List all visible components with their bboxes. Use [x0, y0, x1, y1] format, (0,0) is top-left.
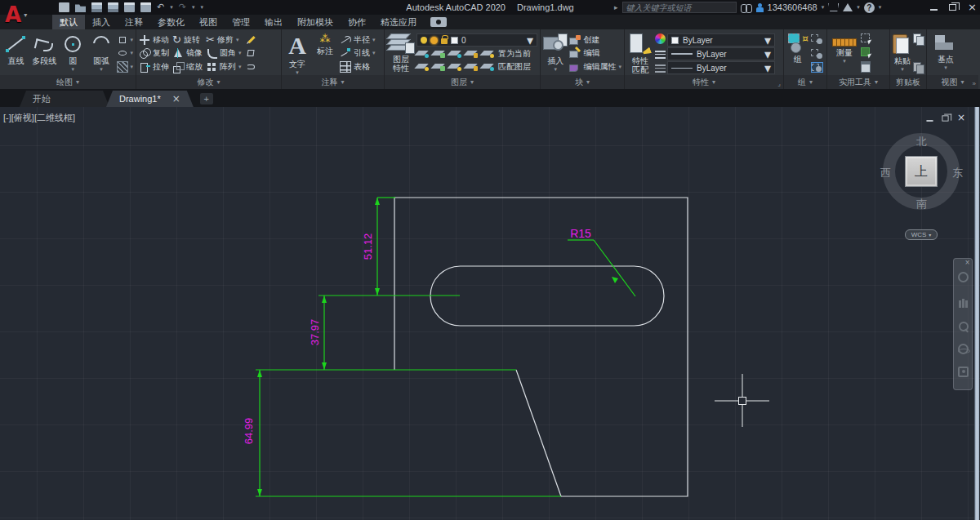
app-store-icon[interactable]	[828, 3, 839, 11]
tab-annotate[interactable]: 注释	[118, 15, 150, 29]
tab-insert[interactable]: 插入	[85, 15, 118, 29]
undo-dropdown-icon[interactable]: ▾	[170, 4, 173, 11]
drawing1-tab-close-icon[interactable]: ×	[172, 91, 180, 107]
copy-button[interactable]: 复制	[139, 47, 169, 60]
hatch-dropdown-icon[interactable]: ▾	[131, 64, 134, 70]
text-button[interactable]: A 文字 ▾	[284, 31, 310, 75]
explode-button[interactable]	[245, 47, 256, 60]
panel-title-annotate[interactable]: 注释▾	[282, 75, 384, 89]
rectangle-button[interactable]: ▾	[117, 33, 134, 46]
layer-freeze-icon[interactable]	[433, 49, 445, 58]
fillet-dropdown-icon[interactable]: ▾	[238, 50, 242, 56]
utilities-expand-icon[interactable]: ▾	[875, 78, 878, 86]
color-wheel-icon[interactable]	[655, 33, 666, 44]
measure-button[interactable]: 测量 ▾	[830, 31, 859, 75]
layer-isolate-icon[interactable]	[416, 49, 429, 58]
tab-home[interactable]: 默认	[52, 15, 85, 29]
search-input[interactable]	[622, 2, 737, 13]
account-dropdown-icon[interactable]: ▾	[822, 4, 825, 11]
application-menu-button[interactable]: A ▾	[5, 1, 47, 29]
object-color-dropdown[interactable]: ByLayer ▾	[667, 33, 775, 47]
quick-calculator-icon[interactable]	[861, 61, 871, 73]
rotate-button[interactable]: ↻旋转	[172, 33, 203, 46]
paste-button[interactable]: 粘贴 ▾	[893, 31, 912, 75]
leader-button[interactable]: 引线▾	[340, 47, 376, 60]
panel-title-properties[interactable]: 特性▾⌟	[625, 75, 783, 89]
stretch-button[interactable]: 拉伸	[139, 60, 169, 73]
tab-collaborate[interactable]: 协作	[341, 15, 373, 29]
new-file-icon[interactable]	[59, 2, 69, 12]
full-navigation-wheel-icon[interactable]	[958, 272, 969, 282]
lineweight-dropdown[interactable]: ByLayer ▾	[667, 47, 775, 60]
qat-customize-icon[interactable]: ▾	[200, 4, 203, 11]
table-button[interactable]: 表格	[340, 60, 376, 73]
erase-button[interactable]	[245, 33, 256, 46]
tab-addins[interactable]: 附加模块	[290, 15, 341, 29]
hatch-button[interactable]: ▾	[117, 60, 134, 73]
move-button[interactable]: 移动	[139, 33, 169, 46]
leader-dropdown-icon[interactable]: ▾	[372, 50, 376, 56]
layer-select-dropdown[interactable]: 0 ▾	[416, 33, 537, 47]
match-layer-icon[interactable]	[482, 62, 494, 71]
tab-output[interactable]: 输出	[257, 15, 290, 29]
dimension-button[interactable]: ⁂ 标注	[312, 31, 338, 75]
mirror-button[interactable]: 镜像	[172, 47, 203, 60]
base-dropdown-icon[interactable]: ▾	[944, 65, 947, 69]
panel-title-groups[interactable]: 组▾	[784, 75, 826, 89]
panel-title-clipboard[interactable]: 剪贴板	[890, 75, 926, 89]
ellipse-dropdown-icon[interactable]: ▾	[131, 50, 134, 56]
media-icon[interactable]	[430, 17, 447, 27]
panel-title-layers[interactable]: 图层▾	[385, 75, 540, 89]
annotate-expand-icon[interactable]: ▾	[341, 78, 344, 86]
polyline-button[interactable]: 多段线	[31, 31, 58, 75]
layer-unlock2-icon[interactable]	[466, 62, 478, 71]
layer-on-all-icon[interactable]	[449, 62, 461, 71]
linetype-icon[interactable]	[655, 64, 666, 73]
panel-title-block[interactable]: 块▾	[541, 75, 624, 89]
file-tab-start[interactable]: 开始	[20, 91, 109, 107]
orbit-icon[interactable]	[958, 344, 969, 354]
group-button[interactable]: ¤ 组	[786, 31, 809, 75]
showmotion-icon[interactable]	[958, 367, 969, 377]
set-current-label[interactable]: 置为当前	[498, 48, 531, 60]
navbar-close-icon[interactable]: ×	[964, 259, 970, 266]
rectangle-dropdown-icon[interactable]: ▾	[131, 37, 134, 43]
ribbon-overflow-icon[interactable]: »	[973, 80, 976, 87]
search-collapse-icon[interactable]: ▸	[614, 3, 618, 11]
paste-dropdown-icon[interactable]: ▾	[901, 67, 904, 71]
arc-dropdown-icon[interactable]: ▾	[100, 67, 103, 71]
file-tab-drawing1[interactable]: Drawing1* ×	[106, 91, 194, 107]
match-properties-button[interactable]: 特性匹配	[627, 31, 653, 75]
close-button[interactable]: ×	[968, 2, 977, 11]
redo-icon[interactable]: ↷	[179, 2, 186, 12]
insert-block-button[interactable]: 插入 ▾	[543, 31, 568, 75]
zoom-icon[interactable]	[958, 321, 969, 331]
properties-dialog-launcher-icon[interactable]: ⌟	[777, 80, 781, 87]
layer-lock-icon[interactable]	[466, 49, 478, 58]
edit-block-button[interactable]: 编辑	[569, 47, 621, 60]
edit-attributes-button[interactable]: 编辑属性▾	[569, 60, 621, 73]
quick-select-icon[interactable]	[861, 33, 873, 44]
viewcube-top-face[interactable]: 上	[905, 156, 938, 187]
help-icon[interactable]: ?	[864, 2, 875, 13]
groups-expand-icon[interactable]: ▾	[809, 78, 813, 86]
layer-thaw-icon[interactable]	[430, 37, 438, 44]
publish-icon[interactable]	[140, 2, 151, 12]
select-all-icon[interactable]	[861, 47, 873, 58]
trim-button[interactable]: ✂修剪▾	[206, 33, 242, 46]
arc-button[interactable]: 圆弧 ▾	[88, 31, 115, 75]
circle-button[interactable]: 圆 ▾	[60, 31, 87, 75]
layer-off-icon[interactable]	[449, 49, 461, 58]
open-file-icon[interactable]	[75, 2, 86, 12]
insert-dropdown-icon[interactable]: ▾	[554, 67, 557, 71]
base-view-button[interactable]: 基点 ▾	[929, 31, 962, 75]
sign-in-icon[interactable]	[756, 3, 764, 12]
array-dropdown-icon[interactable]: ▾	[238, 64, 242, 70]
group-selection-toggle-icon[interactable]	[811, 62, 823, 73]
tab-parametric[interactable]: 参数化	[150, 15, 192, 29]
tab-manage[interactable]: 管理	[225, 15, 257, 29]
copy-clip-icon[interactable]	[913, 33, 924, 44]
layer-dropdown-icon[interactable]: ▾	[527, 33, 533, 48]
model-space-canvas[interactable]: [-][俯视][二维线框] ×	[0, 107, 980, 520]
trim-dropdown-icon[interactable]: ▾	[236, 37, 239, 43]
